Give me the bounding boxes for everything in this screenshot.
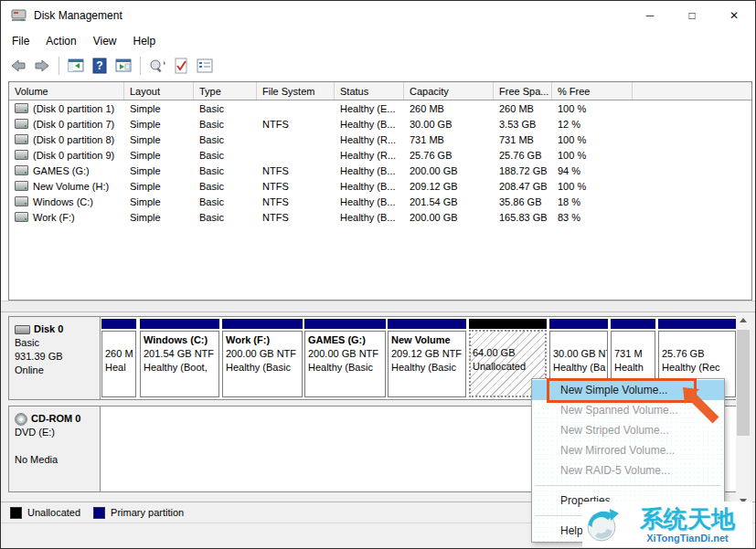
watermark-title: 系统天地 — [623, 505, 752, 533]
pct-free-cell: 94 % — [552, 165, 633, 176]
volume-icon — [15, 150, 28, 160]
volume-row[interactable]: Windows (C:) Simple Basic NTFS Healthy (… — [9, 194, 751, 209]
column-header-capacity[interactable]: Capacity — [404, 82, 494, 100]
volume-name-cell: (Disk 0 partition 9) — [9, 150, 124, 161]
column-header-filler — [633, 82, 751, 100]
details-view-icon — [196, 57, 214, 75]
title-bar: Disk Management ─ □ ✕ — [1, 1, 755, 30]
volume-row[interactable]: Work (F:) Simple Basic NTFS Healthy (B..… — [9, 209, 751, 225]
console-tree-button[interactable] — [112, 55, 135, 77]
close-button[interactable]: ✕ — [713, 1, 755, 30]
partition-body[interactable]: New Volume 209.12 GB NTF Healthy (Basic — [388, 331, 466, 397]
pct-free-cell: 100 % — [552, 134, 633, 145]
menu-bar-item[interactable]: View — [85, 30, 125, 52]
legend-color-swatch — [10, 507, 22, 519]
minimize-button[interactable]: ─ — [629, 1, 671, 30]
volume-row[interactable]: (Disk 0 partition 1) Simple Basic Health… — [9, 100, 751, 116]
volume-row[interactable]: New Volume (H:) Simple Basic NTFS Health… — [9, 178, 751, 194]
free-space-cell: 35.86 GB — [494, 196, 552, 207]
free-space-cell: 188.72 GB — [494, 165, 552, 176]
forward-button[interactable] — [30, 55, 54, 77]
partition-body[interactable]: Windows (C:) 201.54 GB NTF Healthy (Boot… — [140, 331, 219, 397]
back-button[interactable] — [6, 55, 30, 77]
capacity-cell: 200.00 GB — [404, 165, 494, 176]
type-cell: Basic — [194, 212, 257, 223]
console-tree-icon — [114, 57, 133, 75]
file-system-cell: NTFS — [257, 181, 335, 192]
partition-cell[interactable]: GAMES (G:) 200.00 GB NTF Healthy (Basic — [304, 319, 386, 397]
legend-label: Primary partition — [111, 507, 184, 518]
volume-list-header: Volume Layout Type File System Status Ca… — [9, 82, 751, 100]
column-header-file-system[interactable]: File System — [257, 82, 335, 100]
vertical-scrollbar[interactable] — [736, 313, 751, 507]
layout-cell: Simple — [124, 103, 194, 114]
partition-body[interactable]: GAMES (G:) 200.00 GB NTF Healthy (Basic — [304, 331, 386, 397]
scrollbar-thumb[interactable] — [737, 330, 750, 436]
volume-row[interactable]: (Disk 0 partition 9) Simple Basic Health… — [9, 147, 751, 163]
annotation-highlight-rect — [547, 378, 697, 403]
partition-body[interactable]: 260 M Heal — [101, 331, 136, 397]
disk0-name: Disk 0 — [34, 322, 63, 336]
pct-free-cell: 18 % — [552, 196, 633, 207]
legend-label: Unallocated — [27, 507, 80, 518]
export-icon — [148, 57, 166, 75]
capacity-cell: 200.00 GB — [404, 212, 494, 223]
column-header-volume[interactable]: Volume — [9, 82, 124, 100]
volume-row[interactable]: GAMES (G:) Simple Basic NTFS Healthy (B.… — [9, 163, 751, 178]
column-header-layout[interactable]: Layout — [124, 82, 194, 100]
layout-cell: Simple — [124, 150, 194, 161]
context-menu-item[interactable] — [532, 480, 724, 491]
back-icon — [9, 57, 27, 75]
console-window-icon — [67, 57, 85, 75]
volume-list-body: (Disk 0 partition 1) Simple Basic Health… — [9, 100, 751, 225]
help-button[interactable]: ? — [88, 55, 112, 77]
check-disk-button[interactable] — [169, 55, 193, 77]
context-menu-item[interactable]: New RAID-5 Volume... — [532, 460, 724, 480]
partition-cell[interactable]: Work (F:) 200.00 GB NTF Healthy (Basic — [222, 319, 303, 397]
capacity-cell: 731 MB — [404, 134, 494, 145]
volume-name-cell: (Disk 0 partition 7) — [9, 119, 124, 130]
cdrom-icon — [15, 413, 27, 426]
menu-bar-item[interactable]: Help — [125, 30, 165, 52]
file-system-cell: NTFS — [257, 196, 335, 207]
volume-row[interactable]: (Disk 0 partition 8) Simple Basic Health… — [9, 132, 751, 147]
file-system-cell: NTFS — [257, 165, 335, 176]
column-header-free-space[interactable]: Free Spa... — [494, 82, 552, 100]
partition-body[interactable]: Work (F:) 200.00 GB NTF Healthy (Basic — [222, 331, 303, 397]
details-view-button[interactable] — [193, 55, 217, 77]
pane-splitter[interactable] — [1, 301, 755, 312]
cdrom-info-panel[interactable]: CD-ROM 0 DVD (E:) No Media — [9, 406, 101, 491]
column-header-status[interactable]: Status — [335, 82, 404, 100]
legend-item: Primary partition — [93, 507, 184, 519]
layout-cell: Simple — [124, 212, 194, 223]
context-menu-item[interactable]: New Mirrored Volume... — [532, 440, 724, 460]
partition-cell[interactable]: New Volume 209.12 GB NTF Healthy (Basic — [388, 319, 466, 397]
menu-bar-item[interactable]: Action — [37, 30, 84, 52]
refresh-disks-button[interactable] — [145, 55, 169, 77]
disk0-kind: Basic — [15, 336, 94, 350]
console-window-button[interactable] — [64, 55, 88, 77]
watermark: 系统天地 XiTongTianDi.net — [582, 501, 752, 547]
disk0-info-panel[interactable]: Disk 0 Basic 931.39 GB Online — [9, 317, 101, 399]
maximize-button[interactable]: □ — [671, 1, 713, 30]
legend-item: Unallocated — [10, 507, 80, 519]
menu-bar-item[interactable]: File — [4, 30, 37, 52]
volume-row[interactable]: (Disk 0 partition 7) Simple Basic NTFS H… — [9, 116, 751, 132]
window-title: Disk Management — [34, 1, 122, 30]
partition-cell[interactable]: Windows (C:) 201.54 GB NTF Healthy (Boot… — [140, 319, 219, 397]
status-cell: Healthy (B... — [335, 165, 404, 176]
column-header-pct-free[interactable]: % Free — [552, 82, 633, 100]
pct-free-cell: 100 % — [552, 181, 633, 192]
legend-color-swatch — [93, 507, 105, 519]
partition-type-strip — [658, 319, 736, 329]
scroll-up-button[interactable] — [737, 313, 750, 326]
free-space-cell: 3.53 GB — [494, 119, 552, 130]
partition-cell[interactable]: 260 M Heal — [101, 319, 136, 397]
type-cell: Basic — [194, 165, 257, 176]
status-cell: Healthy (B... — [335, 119, 404, 130]
column-header-type[interactable]: Type — [194, 82, 257, 100]
status-cell: Healthy (B... — [335, 212, 404, 223]
layout-cell: Simple — [124, 181, 194, 192]
toolbar: ? — [1, 52, 755, 79]
partition-type-strip — [222, 319, 303, 329]
